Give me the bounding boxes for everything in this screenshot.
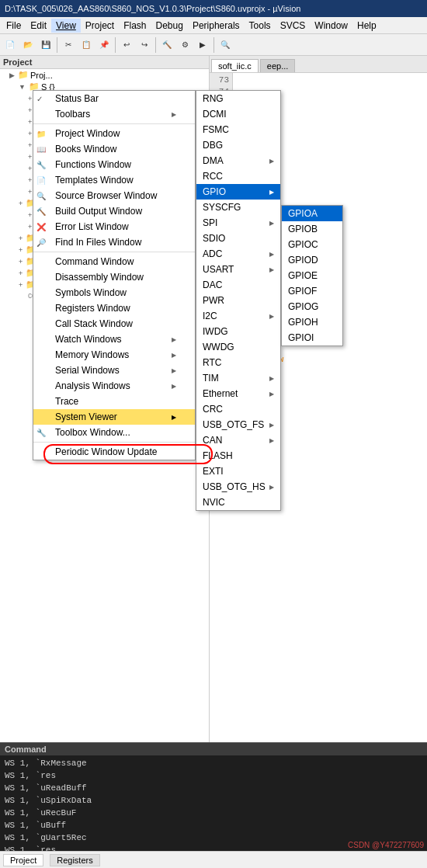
sv-usart[interactable]: USART ▶ [196,262,280,277]
dd-project-window[interactable]: 📁 Project Window [33,126,195,141]
dd-find-in-files-window[interactable]: 🔎 Find In Files Window [33,234,195,250]
sv-flash[interactable]: FLASH [196,448,280,464]
sv-gpio[interactable]: GPIO ▶ [196,184,280,200]
toolbox-icon: 🔧 [36,429,46,437]
command-window: Command WS 1, `RxMessage WS 1, `res WS 1… [0,742,427,851]
gpio-gpiob[interactable]: GPIOB [282,221,342,237]
menu-tools[interactable]: Tools [245,19,276,33]
cut-button[interactable]: ✂ [60,36,77,54]
menu-peripherals[interactable]: Peripherals [188,19,245,33]
srcbr-icon: 🔍 [36,192,46,200]
tree-root[interactable]: ▶ 📁 Proj... [0,69,209,81]
debug-button[interactable]: ▶ [194,36,211,54]
dd-analysis-windows[interactable]: Analysis Windows ▶ [33,378,195,394]
status-tab-registers[interactable]: Registers [50,854,99,866]
redo-button[interactable]: ↪ [136,36,153,54]
menu-help[interactable]: Help [352,19,381,33]
gpio-gpioh[interactable]: GPIOH [282,314,342,330]
dd-error-list-window[interactable]: ❌ Error List Window [33,219,195,234]
paste-button[interactable]: 📌 [95,36,113,54]
sv-rng[interactable]: RNG [196,91,280,106]
sv-iwdg[interactable]: IWDG [196,324,280,339]
sv-nvic[interactable]: NVIC [196,495,280,510]
rebuild-button[interactable]: ⚙ [176,36,193,54]
sv-can[interactable]: CAN ▶ [196,432,280,448]
sv-usbotghs[interactable]: USB_OTG_HS ▶ [196,479,280,495]
sv-exti[interactable]: EXTI [196,464,280,479]
save-button[interactable]: 💾 [37,36,54,54]
search-button[interactable]: 🔍 [217,36,234,54]
sv-sdio[interactable]: SDIO [196,231,280,246]
dd-status-bar[interactable]: ✓ Status Bar [33,91,195,106]
command-header: Command [0,743,427,755]
sv-wwdg[interactable]: WWDG [196,339,280,355]
menu-file[interactable]: File [2,19,26,33]
tab-soft-iic[interactable]: soft_iic.c [211,59,259,72]
dd-callstack-window[interactable]: Call Stack Window [33,316,195,332]
dd-source-browser-window[interactable]: 🔍 Source Browser Window [33,188,195,203]
arrow-watch: ▶ [172,336,176,343]
arrow-gpio: ▶ [269,189,274,196]
sv-fsmc[interactable]: FSMC [196,122,280,137]
menu-flash[interactable]: Flash [119,19,151,33]
arrow-dma: ▶ [269,158,274,165]
sv-dbg[interactable]: DBG [196,137,280,153]
dd-disassembly-window[interactable]: Disassembly Window [33,269,195,285]
arrow-usbotghs: ▶ [269,484,274,491]
gpio-gpioi[interactable]: GPIOI [282,330,342,345]
dd-registers-window[interactable]: Registers Window [33,300,195,316]
sv-adc[interactable]: ADC ▶ [196,246,280,262]
new-button[interactable]: 📄 [2,36,19,54]
open-button[interactable]: 📂 [19,36,36,54]
sv-syscfg[interactable]: SYSCFG [196,200,280,215]
sv-i2c[interactable]: I2C ▶ [196,308,280,324]
gpio-gpiog[interactable]: GPIOG [282,299,342,314]
arrow-i2c: ▶ [269,313,274,320]
sv-pwr[interactable]: PWR [196,293,280,308]
sv-dcmi[interactable]: DCMI [196,106,280,122]
dd-symbols-window[interactable]: Symbols Window [33,285,195,300]
menu-edit[interactable]: Edit [26,19,51,33]
sv-dac[interactable]: DAC [196,277,280,293]
dd-toolbox-window[interactable]: 🔧 Toolbox Window... [33,425,195,440]
gpio-gpioa[interactable]: GPIOA [282,206,342,221]
status-bar: Project Registers [0,851,427,868]
dd-build-output-window[interactable]: 🔨 Build Output Window [33,203,195,219]
menu-project[interactable]: Project [81,19,119,33]
gpio-gpioe[interactable]: GPIOE [282,268,342,283]
menu-window[interactable]: Window [310,19,352,33]
dd-command-window[interactable]: Command Window [33,254,195,269]
dd-toolbars[interactable]: Toolbars ▶ [33,106,195,122]
dd-books-window[interactable]: 📖 Books Window [33,141,195,157]
tab-eep[interactable]: eep... [260,59,296,72]
copy-button[interactable]: 📋 [78,36,95,54]
dd-templates-window[interactable]: 📄 Templates Window [33,172,195,188]
status-tab-project[interactable]: Project [3,854,43,866]
view-dropdown: ✓ Status Bar Toolbars ▶ 📁 Project Window… [33,90,196,460]
sv-crc[interactable]: CRC [196,401,280,417]
sv-rtc[interactable]: RTC [196,355,280,370]
dd-memory-windows[interactable]: Memory Windows ▶ [33,347,195,363]
arrow-memory: ▶ [172,352,176,359]
gpio-gpioc[interactable]: GPIOC [282,237,342,252]
dd-trace[interactable]: Trace [33,394,195,409]
sv-usbotgfs[interactable]: USB_OTG_FS ▶ [196,417,280,432]
build-button[interactable]: 🔨 [158,36,175,54]
sv-spi[interactable]: SPI ▶ [196,215,280,231]
sv-ethernet[interactable]: Ethernet ▶ [196,386,280,401]
dd-serial-windows[interactable]: Serial Windows ▶ [33,363,195,378]
dd-functions-window[interactable]: 🔧 Functions Window [33,157,195,172]
dd-watch-windows[interactable]: Watch Windows ▶ [33,332,195,347]
menu-svcs[interactable]: SVCS [276,19,311,33]
dd-periodic-update[interactable]: Periodic Window Update [33,444,195,460]
sv-tim[interactable]: TIM ▶ [196,370,280,386]
undo-button[interactable]: ↩ [118,36,135,54]
arrow-spi: ▶ [269,220,274,227]
sv-dma[interactable]: DMA ▶ [196,153,280,168]
menu-view[interactable]: View [51,19,81,33]
gpio-gpiod[interactable]: GPIOD [282,252,342,268]
gpio-gpiof[interactable]: GPIOF [282,283,342,299]
dd-system-viewer[interactable]: System Viewer ▶ [33,409,195,425]
sv-rcc[interactable]: RCC [196,168,280,184]
menu-debug[interactable]: Debug [151,19,188,33]
